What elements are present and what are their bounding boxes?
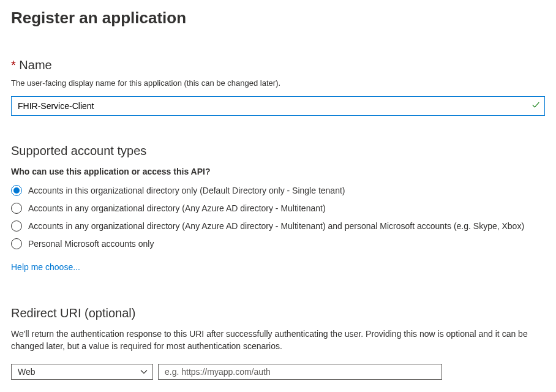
redirect-description: We'll return the authentication response… (11, 328, 544, 353)
name-label: * Name (11, 58, 545, 72)
redirect-type-value: Web (18, 367, 36, 377)
help-me-choose-link[interactable]: Help me choose... (11, 262, 80, 272)
chevron-down-icon (140, 368, 148, 375)
redirect-type-select[interactable]: Web (11, 364, 153, 380)
account-type-option[interactable]: Accounts in any organizational directory… (11, 221, 545, 232)
redirect-heading: Redirect URI (optional) (11, 306, 545, 320)
radio-unselected-icon (11, 238, 22, 249)
name-hint: The user-facing display name for this ap… (11, 78, 545, 88)
account-type-option-label: Personal Microsoft accounts only (28, 239, 154, 249)
page-title: Register an application (11, 9, 545, 28)
account-types-heading: Supported account types (11, 144, 545, 158)
radio-unselected-icon (11, 221, 22, 232)
radio-selected-icon (11, 185, 22, 196)
account-type-option[interactable]: Personal Microsoft accounts only (11, 238, 545, 249)
redirect-uri-input[interactable] (158, 364, 442, 380)
radio-unselected-icon (11, 203, 22, 214)
account-type-option-label: Accounts in any organizational directory… (28, 203, 326, 213)
app-name-input[interactable] (11, 96, 545, 116)
account-type-option-label: Accounts in any organizational directory… (28, 221, 524, 231)
account-type-option[interactable]: Accounts in this organizational director… (11, 185, 545, 196)
validation-check-icon (532, 100, 540, 111)
account-type-option-label: Accounts in this organizational director… (28, 186, 345, 195)
account-types-question: Who can use this application or access t… (11, 167, 545, 176)
account-type-option[interactable]: Accounts in any organizational directory… (11, 203, 545, 214)
